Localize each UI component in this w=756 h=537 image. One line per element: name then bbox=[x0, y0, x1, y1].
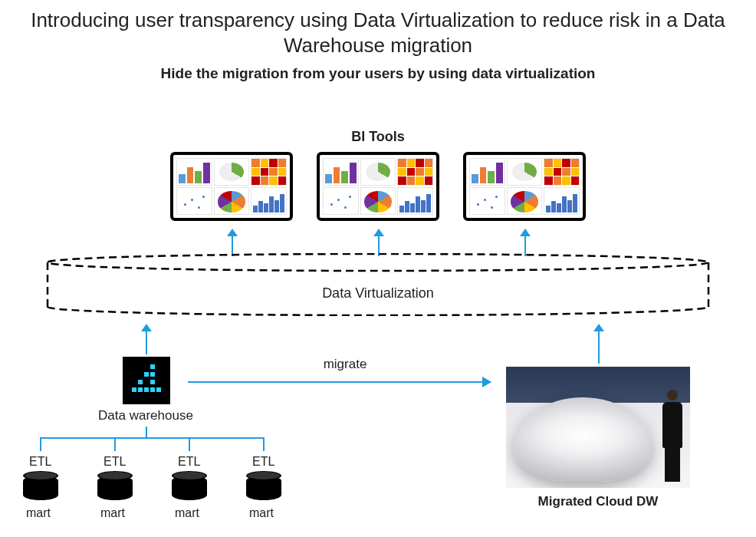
arrow-stem bbox=[598, 331, 600, 364]
bi-dashboard-1 bbox=[170, 152, 293, 221]
arrow-up-icon bbox=[141, 324, 152, 331]
diagram-title: Introducing user transparency using Data… bbox=[0, 0, 756, 58]
migrated-cloud-dw-image bbox=[506, 367, 690, 488]
migrate-label: migrate bbox=[291, 357, 399, 372]
diagram-subtitle: Hide the migration from your users by us… bbox=[0, 65, 756, 82]
data-virtualization-layer bbox=[46, 253, 710, 316]
mart-label: mart bbox=[26, 506, 51, 520]
svg-point-0 bbox=[48, 254, 708, 271]
arrow-up-icon bbox=[520, 229, 531, 236]
data-mart-icon bbox=[172, 476, 207, 500]
data-mart-icon bbox=[97, 476, 133, 500]
connector bbox=[263, 437, 265, 451]
data-virtualization-label: Data Virtualization bbox=[0, 285, 756, 301]
bi-dashboard-3 bbox=[463, 152, 586, 221]
connector bbox=[40, 437, 263, 439]
mart-label: mart bbox=[100, 506, 125, 520]
mart-label: mart bbox=[175, 506, 199, 520]
mart-label: mart bbox=[249, 506, 274, 520]
migrated-cloud-dw-label: Migrated Cloud DW bbox=[506, 494, 690, 509]
data-warehouse-label: Data warehouse bbox=[77, 408, 215, 423]
connector bbox=[189, 437, 190, 451]
etl-label: ETL bbox=[178, 455, 200, 469]
data-mart-icon bbox=[23, 476, 58, 500]
connector bbox=[114, 437, 116, 451]
etl-label: ETL bbox=[252, 455, 274, 469]
arrow-up-icon bbox=[593, 324, 604, 331]
bi-tools-label: BI Tools bbox=[0, 129, 756, 145]
data-mart-icon bbox=[246, 476, 281, 500]
etl-label: ETL bbox=[29, 455, 51, 469]
data-warehouse-icon bbox=[123, 357, 170, 404]
connector bbox=[146, 427, 147, 437]
migrate-arrow bbox=[188, 381, 491, 383]
bi-dashboard-2 bbox=[317, 152, 439, 221]
arrow-up-icon bbox=[227, 229, 238, 236]
connector bbox=[40, 437, 41, 451]
arrow-up-icon bbox=[373, 229, 384, 236]
arrow-stem bbox=[146, 331, 147, 354]
etl-label: ETL bbox=[104, 455, 126, 469]
